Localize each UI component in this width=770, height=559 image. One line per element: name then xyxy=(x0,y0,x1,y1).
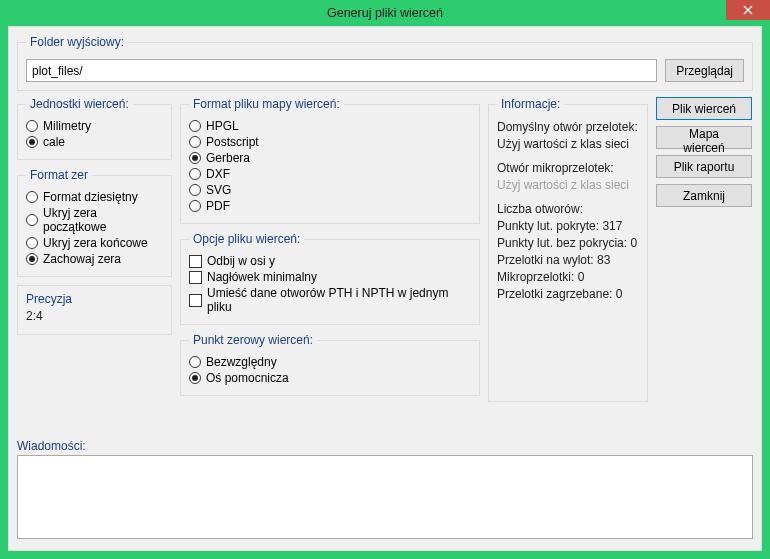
zeros-decimal-label: Format dziesiętny xyxy=(43,190,138,204)
map-hpgl-radio[interactable]: HPGL xyxy=(189,119,471,133)
microvia-value: Użyj wartości z klas sieci xyxy=(497,178,639,192)
info-group: Informacje: Domyślny otwór przelotek: Uż… xyxy=(488,97,648,402)
messages-textarea[interactable] xyxy=(17,455,753,539)
map-pdf-radio[interactable]: PDF xyxy=(189,199,471,213)
window-title: Generuj pliki wierceń xyxy=(327,6,443,20)
map-postscript-label: Postscript xyxy=(206,135,259,149)
output-folder-input[interactable] xyxy=(26,59,657,82)
precision-group: Precyzja 2:4 xyxy=(17,285,172,335)
titlebar: Generuj pliki wierceń xyxy=(0,0,770,26)
drill-origin-group: Punkt zerowy wierceń: Bezwzględny Oś pom… xyxy=(180,333,480,396)
hole-count-label: Liczba otworów: xyxy=(497,202,639,216)
browse-button[interactable]: Przeglądaj xyxy=(665,59,744,82)
output-folder-legend: Folder wyjściowy: xyxy=(26,35,128,49)
map-svg-label: SVG xyxy=(206,183,231,197)
through-vias-value: Przelotki na wylot: 83 xyxy=(497,253,639,267)
mirror-y-label: Odbij w osi y xyxy=(207,254,275,268)
merge-pth-npth-label: Umieść dane otworów PTH i NPTH w jednym … xyxy=(207,286,471,314)
precision-value: 2:4 xyxy=(26,309,163,323)
unplated-pads-value: Punkty lut. bez pokrycia: 0 xyxy=(497,236,639,250)
map-dxf-label: DXF xyxy=(206,167,230,181)
units-inches-label: cale xyxy=(43,135,65,149)
microvia-label: Otwór mikroprzelotek: xyxy=(497,161,639,175)
zeros-suppress-trailing-radio[interactable]: Ukryj zera końcowe xyxy=(26,236,163,250)
zeros-suppress-trailing-label: Ukryj zera końcowe xyxy=(43,236,148,250)
zeros-keep-label: Zachowaj zera xyxy=(43,252,121,266)
origin-aux-label: Oś pomocnicza xyxy=(206,371,289,385)
map-format-group: Format pliku mapy wierceń: HPGL Postscri… xyxy=(180,97,480,224)
zeros-format-legend: Format zer xyxy=(26,168,92,182)
via-default-value: Użyj wartości z klas sieci xyxy=(497,137,639,151)
zeros-keep-radio[interactable]: Zachowaj zera xyxy=(26,252,163,266)
drill-file-options-legend: Opcje pliku wierceń: xyxy=(189,232,304,246)
zeros-suppress-leading-radio[interactable]: Ukryj zera początkowe xyxy=(26,206,163,234)
precision-legend: Precyzja xyxy=(26,292,163,306)
origin-absolute-label: Bezwzględny xyxy=(206,355,277,369)
map-svg-radio[interactable]: SVG xyxy=(189,183,471,197)
units-mm-radio[interactable]: Milimetry xyxy=(26,119,163,133)
zeros-decimal-radio[interactable]: Format dziesiętny xyxy=(26,190,163,204)
drill-units-group: Jednostki wierceń: Milimetry cale xyxy=(17,97,172,160)
dialog-body: Folder wyjściowy: Przeglądaj Jednostki w… xyxy=(8,26,762,551)
map-postscript-radio[interactable]: Postscript xyxy=(189,135,471,149)
drill-file-button[interactable]: Plik wierceń xyxy=(656,97,752,120)
units-mm-label: Milimetry xyxy=(43,119,91,133)
map-gerber-radio[interactable]: Gerbera xyxy=(189,151,471,165)
zeros-format-group: Format zer Format dziesiętny Ukryj zera … xyxy=(17,168,172,277)
messages-legend: Wiadomości: xyxy=(17,439,753,453)
map-hpgl-label: HPGL xyxy=(206,119,239,133)
origin-absolute-radio[interactable]: Bezwzględny xyxy=(189,355,471,369)
drill-units-legend: Jednostki wierceń: xyxy=(26,97,133,111)
minimal-header-label: Nagłówek minimalny xyxy=(207,270,317,284)
info-legend: Informacje: xyxy=(497,97,564,111)
messages-group: Wiadomości: xyxy=(17,439,753,542)
map-format-legend: Format pliku mapy wierceń: xyxy=(189,97,344,111)
units-inches-radio[interactable]: cale xyxy=(26,135,163,149)
map-gerber-label: Gerbera xyxy=(206,151,250,165)
report-file-button[interactable]: Plik raportu xyxy=(656,155,752,178)
close-button[interactable]: Zamknij xyxy=(656,184,752,207)
buried-vias-value: Przelotki zagrzebane: 0 xyxy=(497,287,639,301)
close-icon[interactable] xyxy=(726,0,770,20)
origin-aux-radio[interactable]: Oś pomocnicza xyxy=(189,371,471,385)
micro-vias-value: Mikroprzelotki: 0 xyxy=(497,270,639,284)
minimal-header-checkbox[interactable]: Nagłówek minimalny xyxy=(189,270,471,284)
map-file-button[interactable]: Mapa wierceń xyxy=(656,126,752,149)
output-folder-group: Folder wyjściowy: Przeglądaj xyxy=(17,35,753,91)
map-dxf-radio[interactable]: DXF xyxy=(189,167,471,181)
zeros-suppress-leading-label: Ukryj zera początkowe xyxy=(43,206,163,234)
drill-origin-legend: Punkt zerowy wierceń: xyxy=(189,333,317,347)
drill-file-options-group: Opcje pliku wierceń: Odbij w osi y Nagłó… xyxy=(180,232,480,325)
merge-pth-npth-checkbox[interactable]: Umieść dane otworów PTH i NPTH w jednym … xyxy=(189,286,471,314)
map-pdf-label: PDF xyxy=(206,199,230,213)
mirror-y-checkbox[interactable]: Odbij w osi y xyxy=(189,254,471,268)
via-default-label: Domyślny otwór przelotek: xyxy=(497,120,639,134)
plated-pads-value: Punkty lut. pokryte: 317 xyxy=(497,219,639,233)
